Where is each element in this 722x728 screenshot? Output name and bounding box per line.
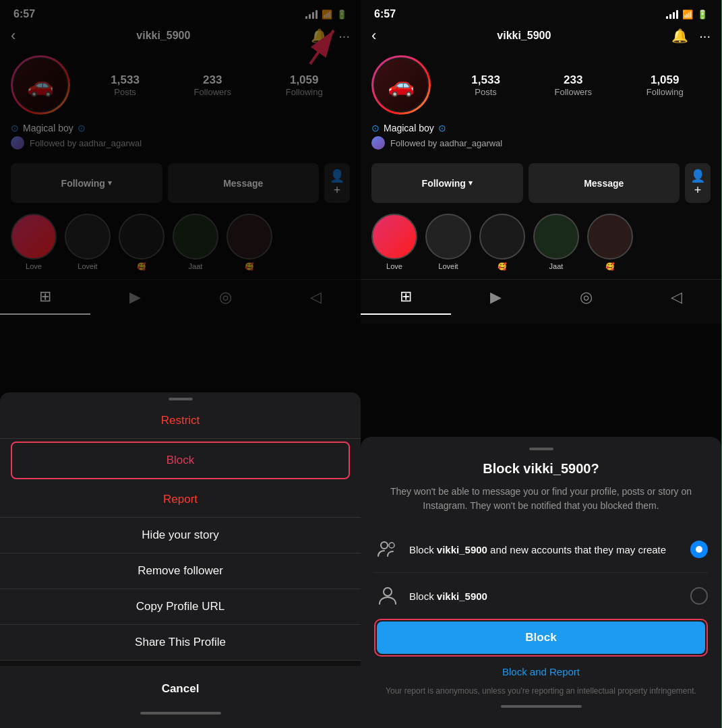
followers-number-right: 233 [554, 73, 592, 87]
stats-row-right: 1,533 Posts 233 Followers 1,059 Followin… [444, 73, 711, 97]
left-phone-panel: 6:57 📶 🔋 ‹ vikki_5900 🔔 ··· 🚗 1,533 [0, 0, 361, 728]
story-emoji1-right[interactable]: 🥰 [479, 214, 525, 271]
stat-followers-right: 233 Followers [554, 73, 592, 97]
block-item-outline: Block [11, 442, 350, 479]
following-number-right: 1,059 [646, 73, 684, 87]
notification-icon-right[interactable]: 🔔 [671, 28, 688, 44]
following-button-right[interactable]: Following ▾ [371, 163, 523, 203]
wifi-icon-right: 📶 [682, 9, 693, 20]
block-option-1-text: Block vikki_5900 and new accounts that t… [409, 543, 690, 557]
modal-handle [529, 448, 553, 450]
block-option-1[interactable]: Block vikki_5900 and new accounts that t… [374, 526, 708, 573]
profile-info-right: 🚗 1,533 Posts 233 Followers 1,059 Follow… [361, 50, 721, 120]
chevron-down-icon-right: ▾ [469, 179, 473, 187]
stat-posts-right: 1,533 Posts [471, 73, 500, 97]
story-circle-r5 [587, 214, 633, 260]
posts-label-right: Posts [471, 87, 500, 97]
profile-header-right: ‹ vikki_5900 🔔 ··· [361, 24, 721, 50]
person-icon [374, 582, 401, 609]
share-profile-menu-item[interactable]: Share This Profile [0, 625, 361, 661]
story-jaat-right[interactable]: Jaat [533, 214, 579, 271]
story-label-r4: Jaat [549, 262, 564, 270]
add-person-icon-right: 👤+ [690, 169, 705, 198]
back-arrow-icon-right[interactable]: ‹ [371, 27, 376, 44]
stories-row-right: Love Loveit 🥰 Jaat 🥰 [361, 208, 721, 276]
hide-story-menu-item[interactable]: Hide your story [0, 518, 361, 553]
add-friend-button-right[interactable]: 👤+ [685, 163, 711, 203]
battery-icon-right: 🔋 [697, 9, 708, 20]
block-option-2[interactable]: Block vikki_5900 [374, 573, 708, 619]
story-label-r3: 🥰 [498, 262, 507, 271]
grid-tab-icon-right[interactable]: ⊞ [361, 280, 451, 315]
block-btn-outline: Block [374, 619, 708, 657]
block-dialog-description: They won't be able to message you or fin… [374, 485, 708, 513]
radio-option-1[interactable] [690, 541, 708, 558]
story-label-r2: Loveit [438, 262, 458, 270]
block-option-2-text: Block vikki_5900 [409, 589, 690, 603]
followed-by-right: Followed by aadhar_agarwal [371, 133, 711, 152]
restrict-menu-item[interactable]: Restrict [0, 403, 361, 439]
story-circle-r1 [371, 214, 417, 260]
radio-inner-1 [696, 546, 702, 553]
story-emoji2-right[interactable]: 🥰 [587, 214, 633, 271]
persons-icon [374, 536, 401, 563]
stat-following-right: 1,059 Following [646, 73, 684, 97]
story-love-right[interactable]: Love [371, 214, 417, 271]
posts-number-right: 1,533 [471, 73, 500, 87]
bio-section-right: ⊙ Magical boy ⊙ Followed by aadhar_agarw… [361, 120, 721, 158]
block-dialog: Block vikki_5900? They won't be able to … [361, 437, 721, 728]
more-options-icon-right[interactable]: ··· [699, 28, 711, 44]
block-menu-item[interactable]: Block [12, 443, 349, 478]
tagged-tab-icon-right[interactable]: ◎ [541, 280, 632, 315]
followed-avatar-right [371, 136, 385, 150]
copy-url-menu-item[interactable]: Copy Profile URL [0, 589, 361, 625]
avatar-right: 🚗 [371, 55, 431, 115]
story-label-r5: 🥰 [605, 262, 615, 271]
remove-follower-menu-item[interactable]: Remove follower [0, 553, 361, 589]
block-dialog-title: Block vikki_5900? [374, 461, 708, 477]
block-confirm-button[interactable]: Block [377, 621, 705, 654]
avatar-image-right: 🚗 [375, 59, 427, 111]
story-circle-r3 [479, 214, 525, 260]
story-circle-r4 [533, 214, 579, 260]
status-bar-right: 6:57 📶 🔋 [361, 0, 721, 24]
story-circle-r2 [425, 214, 471, 260]
radio-option-2[interactable] [690, 587, 708, 605]
header-action-icons-right: 🔔 ··· [671, 28, 711, 44]
sheet-handle [169, 398, 193, 400]
collab-tab-icon-right[interactable]: ◁ [631, 280, 721, 315]
message-button-right[interactable]: Message [529, 163, 680, 203]
svg-point-4 [384, 588, 392, 596]
svg-point-2 [381, 542, 388, 549]
reels-tab-icon-right[interactable]: ▶ [451, 280, 541, 315]
right-phone-panel: 6:57 📶 🔋 ‹ vikki_5900 🔔 ··· 🚗 1,533 [361, 0, 721, 728]
following-label-right: Following [646, 87, 684, 97]
svg-point-3 [389, 543, 394, 548]
story-label-r1: Love [386, 262, 402, 270]
grid-tabs-right: ⊞ ▶ ◎ ◁ [361, 279, 721, 315]
header-username-right: vikki_5900 [497, 30, 551, 42]
time-right: 6:57 [374, 8, 396, 20]
bottom-sheet-menu: Restrict Block Report Hide your story Re… [0, 392, 361, 728]
followers-label-right: Followers [554, 87, 592, 97]
signal-icon-right [666, 9, 678, 19]
story-loveit-right[interactable]: Loveit [425, 214, 471, 271]
cancel-menu-item[interactable]: Cancel [0, 671, 361, 706]
action-buttons-right: Following ▾ Message 👤+ [361, 158, 721, 208]
bio-name-right: ⊙ Magical boy ⊙ [371, 123, 711, 133]
status-icons-right: 📶 🔋 [666, 9, 708, 20]
report-menu-item[interactable]: Report [0, 482, 361, 518]
anon-notice: Your report is anonymous, unless you're … [374, 686, 708, 697]
block-and-report-link[interactable]: Block and Report [374, 666, 708, 677]
